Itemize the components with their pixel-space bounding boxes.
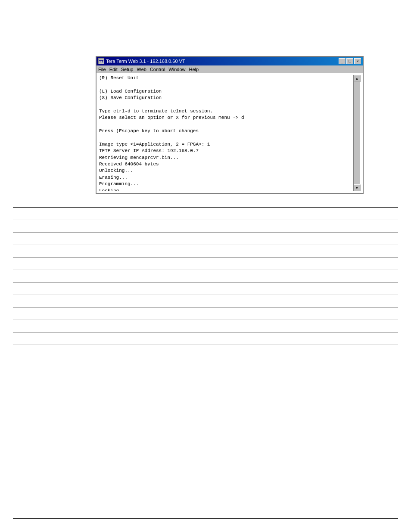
titlebar-left: TT Tera Term Web 3.1 - 192.168.0.60 VT — [98, 58, 185, 64]
lines-section — [13, 207, 398, 357]
line-9 — [13, 307, 398, 308]
bottom-rule — [13, 518, 398, 519]
restore-button[interactable]: □ — [346, 58, 353, 64]
line-12 — [13, 345, 398, 345]
terminal-menubar: File Edit Setup Web Control Window Help — [97, 65, 363, 73]
line-7 — [13, 282, 398, 283]
line-1 — [13, 207, 398, 208]
menu-control[interactable]: Control — [150, 67, 165, 72]
terminal-content: (R) Reset Unit (L) Load Configuration (S… — [99, 75, 353, 191]
terminal-icon-text: TT — [99, 59, 103, 63]
line-4 — [13, 245, 398, 245]
terminal-window: TT Tera Term Web 3.1 - 192.168.0.60 VT _… — [96, 56, 364, 194]
line-5 — [13, 257, 398, 258]
page-background: TT Tera Term Web 3.1 - 192.168.0.60 VT _… — [0, 0, 411, 532]
terminal-body: (R) Reset Unit (L) Load Configuration (S… — [97, 73, 363, 193]
line-6 — [13, 270, 398, 270]
menu-file[interactable]: File — [98, 67, 106, 72]
menu-setup[interactable]: Setup — [121, 67, 134, 72]
menu-window[interactable]: Window — [168, 67, 185, 72]
line-10 — [13, 320, 398, 320]
line-11 — [13, 332, 398, 333]
scrollbar-down-button[interactable]: ▼ — [354, 184, 361, 191]
titlebar-controls[interactable]: _ □ × — [339, 58, 361, 64]
scrollbar-track[interactable] — [354, 82, 360, 184]
scrollbar-up-button[interactable]: ▲ — [354, 75, 361, 82]
terminal-titlebar: TT Tera Term Web 3.1 - 192.168.0.60 VT _… — [97, 57, 363, 65]
line-2 — [13, 220, 398, 220]
terminal-scrollbar[interactable]: ▲ ▼ — [353, 75, 360, 191]
close-button[interactable]: × — [354, 58, 361, 64]
menu-edit[interactable]: Edit — [109, 67, 118, 72]
terminal-app-icon: TT — [98, 58, 104, 64]
menu-help[interactable]: Help — [189, 67, 199, 72]
line-8 — [13, 295, 398, 295]
menu-web[interactable]: Web — [137, 67, 146, 72]
window-title: Tera Term Web 3.1 - 192.168.0.60 VT — [106, 59, 185, 64]
line-3 — [13, 232, 398, 233]
minimize-button[interactable]: _ — [339, 58, 346, 64]
